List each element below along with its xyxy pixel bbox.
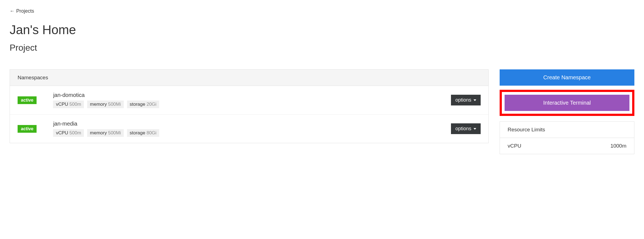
- page-title: Jan's Home: [10, 22, 634, 37]
- status-badge: active: [18, 96, 37, 104]
- interactive-terminal-button[interactable]: Interactive Terminal: [505, 95, 629, 111]
- resource-tag-storage: storage 20Gi: [127, 101, 159, 108]
- caret-down-icon: [474, 128, 476, 130]
- resource-tag-cpu: vCPU 500m: [53, 101, 84, 108]
- namespaces-panel-header: Namespaces: [10, 70, 488, 86]
- resource-tag-memory: memory 500Mi: [87, 129, 123, 137]
- limit-value: 1000m: [610, 143, 626, 149]
- arrow-left-icon: ←: [10, 8, 15, 14]
- resource-tag-cpu: vCPU 500m: [53, 129, 84, 137]
- create-namespace-button[interactable]: Create Namespace: [500, 69, 634, 86]
- options-dropdown-button[interactable]: options: [451, 123, 481, 134]
- limit-label: vCPU: [508, 143, 521, 149]
- resource-limits-panel: Resource Limits vCPU 1000m: [500, 121, 634, 154]
- resource-limits-header: Resource Limits: [500, 122, 634, 138]
- back-to-projects-link[interactable]: ← Projects: [10, 8, 34, 14]
- resource-tag-memory: memory 500Mi: [87, 101, 123, 108]
- caret-down-icon: [474, 99, 476, 101]
- namespaces-panel: Namespaces active jan-domotica vCPU 500m…: [10, 69, 489, 143]
- options-label: options: [455, 97, 471, 103]
- resource-tag-storage: storage 80Gi: [127, 129, 159, 137]
- status-badge: active: [18, 125, 37, 133]
- back-label: Projects: [16, 8, 34, 14]
- page-subtitle: Project: [10, 43, 634, 53]
- namespace-row: active jan-domotica vCPU 500m memory 500…: [10, 86, 488, 115]
- namespace-name: jan-media: [53, 121, 451, 127]
- options-dropdown-button[interactable]: options: [451, 95, 481, 105]
- options-label: options: [455, 126, 471, 132]
- namespace-name: jan-domotica: [53, 92, 451, 98]
- resource-limits-row: vCPU 1000m: [500, 138, 634, 154]
- highlight-annotation: Interactive Terminal: [500, 90, 634, 116]
- namespace-row: active jan-media vCPU 500m memory 500Mi …: [10, 115, 488, 143]
